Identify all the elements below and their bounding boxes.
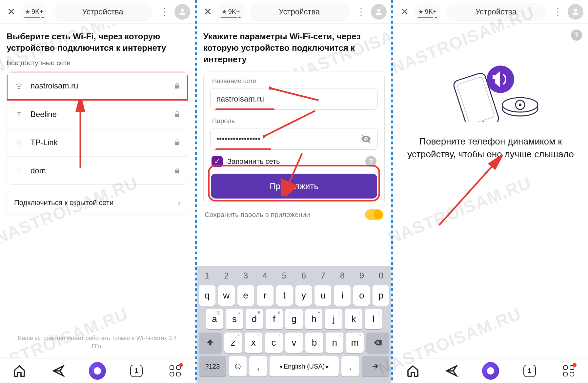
- heading: Укажите параметры Wi-Fi-сети, через кото…: [203, 31, 385, 65]
- send-icon[interactable]: [50, 362, 67, 379]
- key-m[interactable]: m?: [346, 333, 364, 353]
- rating-pill[interactable]: ★ 9K+: [20, 3, 48, 20]
- key-3[interactable]: 3: [237, 268, 254, 283]
- key-i[interactable]: i: [334, 285, 351, 306]
- wifi-item-beeline[interactable]: Beeline: [7, 100, 188, 128]
- continue-button[interactable]: Продолжить: [211, 174, 377, 199]
- key-f[interactable]: f&: [266, 309, 283, 329]
- lock-icon: [173, 82, 181, 89]
- key-n[interactable]: n!: [326, 333, 343, 353]
- send-icon[interactable]: [443, 362, 460, 379]
- remember-row: ✓ Запомнить сеть ?: [210, 156, 378, 167]
- save-password-label: Сохранить пароль в приложении: [205, 211, 310, 219]
- key-6[interactable]: 6: [295, 268, 312, 283]
- key-x[interactable]: x": [245, 333, 262, 353]
- alice-button[interactable]: [89, 362, 106, 379]
- wifi-item-nastroisam[interactable]: nastroisam.ru: [7, 72, 188, 100]
- services-icon[interactable]: [167, 362, 184, 379]
- rating-text: 9K+: [228, 8, 240, 15]
- close-icon[interactable]: ✕: [201, 5, 214, 18]
- key-symbols[interactable]: ?123: [199, 356, 226, 376]
- home-icon[interactable]: [11, 362, 28, 379]
- key-v[interactable]: v:: [285, 333, 303, 353]
- key-0[interactable]: 0: [373, 268, 389, 283]
- key-shift[interactable]: [199, 333, 222, 353]
- key-t[interactable]: t: [276, 285, 293, 306]
- key-r[interactable]: r: [257, 285, 274, 306]
- key-p[interactable]: p: [373, 285, 389, 306]
- key-space[interactable]: ◂ English (USA) ▸: [270, 356, 339, 376]
- key-e[interactable]: e: [237, 285, 254, 306]
- svg-line-13: [439, 160, 498, 225]
- network-name-value: nastroisam.ru: [216, 94, 372, 104]
- save-password-toggle[interactable]: [365, 209, 383, 220]
- heading: Выберите сеть Wi-Fi, через которую устро…: [7, 31, 188, 54]
- save-password-row: Сохранить пароль в приложении: [203, 206, 385, 220]
- close-icon[interactable]: ✕: [398, 5, 411, 18]
- network-name-input[interactable]: nastroisam.ru: [210, 88, 378, 110]
- page-title: Устройства: [475, 7, 517, 16]
- key-backspace[interactable]: [366, 333, 389, 353]
- page-title: Устройства: [279, 7, 320, 16]
- key-w[interactable]: w: [218, 285, 235, 306]
- password-label: Пароль: [210, 117, 378, 128]
- key-9[interactable]: 9: [353, 268, 370, 283]
- lock-icon: [173, 139, 181, 146]
- key-k[interactable]: k): [345, 309, 362, 329]
- key-c[interactable]: c': [265, 333, 283, 353]
- title-pill[interactable]: Устройства: [446, 3, 546, 20]
- alice-button[interactable]: [482, 362, 499, 379]
- wifi-item-dom[interactable]: dom: [7, 156, 188, 184]
- key-s[interactable]: s#: [226, 309, 243, 329]
- password-input[interactable]: ••••••••••••••••: [210, 128, 378, 150]
- title-pill[interactable]: Устройства: [52, 3, 153, 20]
- key-z[interactable]: z*: [224, 333, 242, 353]
- key-u[interactable]: u: [314, 285, 331, 306]
- rating-text: 9K+: [425, 8, 436, 15]
- rating-pill[interactable]: ★ 9K+: [414, 3, 441, 20]
- key-5[interactable]: 5: [276, 268, 293, 283]
- tabs-button[interactable]: 1: [128, 362, 145, 379]
- wifi-item-tplink[interactable]: TP-Link: [7, 128, 188, 156]
- avatar[interactable]: [174, 4, 190, 20]
- close-icon[interactable]: ✕: [5, 5, 18, 18]
- key-period[interactable]: .: [341, 356, 359, 376]
- key-emoji[interactable]: ☺: [229, 356, 247, 376]
- more-icon[interactable]: ⋮: [551, 5, 565, 19]
- more-icon[interactable]: ⋮: [157, 5, 172, 19]
- key-o[interactable]: o: [353, 285, 370, 306]
- avatar[interactable]: [371, 4, 387, 20]
- key-7[interactable]: 7: [314, 268, 331, 283]
- services-icon[interactable]: [560, 362, 577, 379]
- key-comma[interactable]: ,: [249, 356, 267, 376]
- help-icon[interactable]: ?: [365, 156, 376, 167]
- key-y[interactable]: y: [295, 285, 312, 306]
- key-enter[interactable]: [362, 356, 389, 376]
- home-icon[interactable]: [404, 362, 421, 379]
- key-g[interactable]: g-: [285, 309, 303, 329]
- avatar[interactable]: [568, 4, 583, 20]
- rating-pill[interactable]: ★ 9K+: [217, 3, 245, 20]
- tabs-button[interactable]: 1: [521, 362, 538, 379]
- panel-wifi-form: ✕ ★ 9K+ Устройства ⋮ NASTROISAM.RU NASTR…: [197, 0, 392, 383]
- more-icon[interactable]: ⋮: [354, 5, 368, 19]
- eye-off-icon[interactable]: [360, 133, 372, 144]
- network-name-label: Название сети: [210, 77, 378, 88]
- key-4[interactable]: 4: [257, 268, 274, 283]
- key-l[interactable]: l/: [365, 309, 382, 329]
- key-h[interactable]: h+: [305, 309, 323, 329]
- key-d[interactable]: d₽: [246, 309, 263, 329]
- key-a[interactable]: a@: [206, 309, 223, 329]
- title-pill[interactable]: Устройства: [249, 3, 350, 20]
- password-value: ••••••••••••••••: [216, 134, 361, 144]
- key-8[interactable]: 8: [334, 268, 351, 283]
- key-q[interactable]: q: [199, 285, 215, 306]
- rating-text: 9K+: [31, 8, 43, 15]
- key-b[interactable]: b;: [305, 333, 323, 353]
- hidden-network-link[interactable]: Подключиться к скрытой сети ›: [7, 191, 188, 215]
- key-1[interactable]: 1: [199, 268, 215, 283]
- key-2[interactable]: 2: [218, 268, 235, 283]
- help-icon[interactable]: ?: [571, 29, 582, 41]
- key-j[interactable]: j(: [325, 309, 342, 329]
- remember-checkbox[interactable]: ✓: [212, 156, 223, 167]
